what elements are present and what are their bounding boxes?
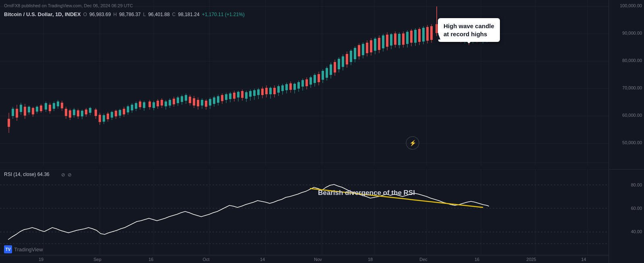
y-rsi-label-60: 60.00 [631,206,642,211]
svg-rect-219 [414,30,417,43]
svg-rect-71 [115,111,117,116]
svg-rect-75 [123,109,125,114]
svg-rect-115 [205,101,207,107]
svg-rect-119 [213,97,215,104]
svg-rect-165 [305,79,308,86]
svg-rect-19 [8,119,10,127]
svg-rect-23 [16,109,18,118]
svg-rect-107 [189,97,191,103]
svg-rect-33 [36,107,38,112]
svg-rect-225 [426,27,429,41]
tradingview-logo: TV TradingView [4,245,43,253]
rsi-edit-icon[interactable]: ⊘ [61,172,65,178]
svg-rect-69 [111,112,113,118]
svg-rect-213 [402,33,405,45]
tradingview-label: TradingView [14,246,43,253]
svg-rect-167 [310,77,312,85]
svg-rect-59 [89,108,91,113]
svg-rect-91 [157,101,159,106]
svg-rect-37 [45,103,47,110]
svg-rect-159 [293,84,296,90]
svg-rect-117 [209,99,211,106]
x-label-14: 14 [260,257,265,262]
svg-rect-187 [350,51,352,62]
y-label-100k: 100,000.00 [620,3,642,8]
svg-rect-169 [314,75,316,83]
svg-rect-191 [358,45,360,56]
svg-rect-153 [281,85,284,91]
x-label-16: 16 [149,257,153,262]
y-label-50k: 50,000.00 [622,140,642,145]
rsi-label: RSI (14, close) 64.36 [4,172,50,177]
y-label-60k: 60,000.00 [622,113,642,118]
rsi-chart-svg [0,169,609,255]
svg-rect-221 [418,29,421,42]
svg-rect-61 [95,110,97,116]
svg-rect-67 [107,114,109,119]
svg-rect-49 [69,110,71,118]
svg-rect-171 [318,74,320,82]
svg-rect-47 [65,109,67,116]
svg-rect-135 [245,92,248,99]
svg-rect-197 [370,40,372,52]
svg-rect-163 [301,80,304,87]
bearish-divergence-label: Bearish divergence of the RSI [318,189,415,197]
svg-rect-83 [139,101,141,107]
svg-rect-147 [269,88,272,94]
svg-rect-149 [273,88,276,94]
svg-rect-211 [398,34,400,45]
svg-rect-25 [20,105,22,112]
svg-rect-51 [73,110,75,115]
x-label-14-2025: 14 [581,257,586,262]
x-label-18: 18 [368,257,373,262]
svg-text:TV: TV [6,247,11,252]
svg-rect-57 [85,110,87,114]
svg-rect-63 [99,115,101,122]
x-label-19: 19 [39,257,43,262]
x-axis: 19 Sep 16 Oct 14 Nov 18 Dec 16 2025 14 [0,255,609,263]
svg-rect-207 [390,34,392,46]
svg-rect-41 [53,103,55,109]
svg-rect-73 [119,110,121,116]
svg-rect-53 [77,110,79,116]
y-rsi-label-40: 40.00 [631,229,642,234]
svg-rect-35 [40,106,42,111]
svg-rect-145 [265,88,268,94]
svg-rect-215 [406,32,409,44]
svg-rect-31 [32,108,34,114]
svg-rect-79 [131,105,133,110]
svg-rect-95 [165,101,167,106]
svg-rect-185 [346,54,348,64]
svg-rect-101 [177,97,179,103]
tradingview-icon: TV [4,245,12,253]
main-chart-svg: ⚡ [0,0,609,169]
svg-rect-85 [143,102,145,108]
svg-rect-203 [382,35,384,48]
svg-rect-55 [81,111,83,116]
svg-rect-179 [334,62,336,72]
svg-rect-155 [285,84,288,90]
svg-rect-183 [342,56,344,67]
svg-rect-129 [233,93,235,99]
x-label-sep: Sep [93,257,101,262]
x-label-oct: Oct [202,257,209,262]
svg-rect-113 [201,100,203,106]
svg-rect-21 [12,109,14,116]
callout-box: High wave candle at record highs [438,18,500,42]
svg-rect-77 [127,106,129,112]
svg-rect-227 [430,26,433,40]
svg-rect-125 [225,94,227,100]
callout-text-line2: at record highs [444,31,487,37]
svg-rect-175 [326,68,328,78]
svg-rect-89 [153,102,155,108]
svg-rect-223 [422,28,425,41]
svg-rect-177 [330,64,332,75]
svg-rect-217 [410,31,413,43]
svg-rect-193 [362,44,364,55]
svg-rect-209 [394,33,396,45]
svg-rect-87 [149,101,151,107]
y-axis-rsi: 80.00 60.00 40.00 [609,169,644,263]
rsi-settings-icon[interactable]: ⊘ [68,172,72,178]
svg-rect-173 [322,71,324,80]
y-rsi-label-80: 80.00 [631,182,642,187]
